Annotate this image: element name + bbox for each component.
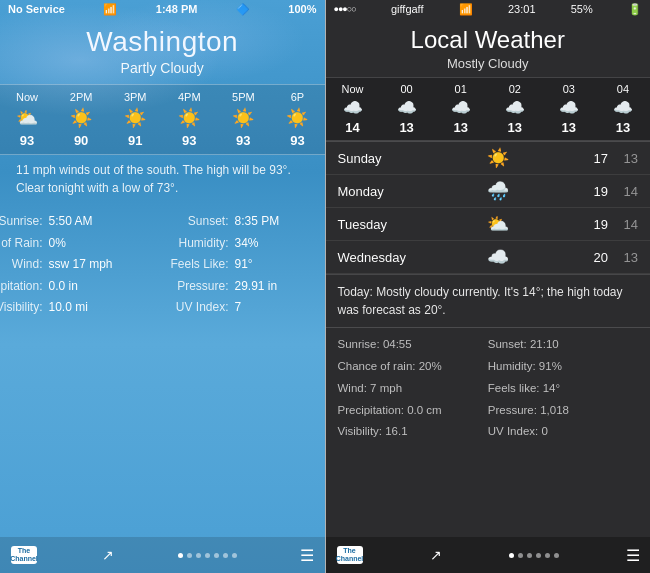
detail-label-5: Feels Like:: [119, 254, 229, 276]
daily-row-2: Tuesday ⛅ 19 14: [326, 208, 651, 241]
daily-icon-2: ⛅: [418, 213, 579, 235]
right-hour-4: 03 ☁️ 13: [542, 83, 596, 135]
right-hour-label-1: 00: [400, 83, 412, 95]
daily-row-1: Monday 🌧️ 19 14: [326, 175, 651, 208]
right-hour-0: Now ☁️ 14: [326, 83, 380, 135]
daily-day-3: Wednesday: [338, 250, 418, 265]
dot-6: [223, 553, 228, 558]
daily-icon-0: ☀️: [418, 147, 579, 169]
daily-low-1: 14: [608, 184, 638, 199]
dot-7: [232, 553, 237, 558]
right-hour-temp-4: 13: [562, 120, 576, 135]
right-hour-icon-4: ☁️: [559, 98, 579, 117]
right-signal: ●●●○○: [334, 4, 356, 14]
right-detail-left-label-3: Precipitation: 0.0 cm: [338, 404, 442, 416]
right-detail-row-1: Chance of rain: 20% Humidity: 91%: [338, 356, 639, 378]
daily-forecast: Sunday ☀️ 17 13 Monday 🌧️ 19 14 Tuesday …: [326, 141, 651, 274]
daily-row-0: Sunday ☀️ 17 13: [326, 142, 651, 175]
right-wifi: 📶: [459, 3, 473, 16]
right-detail-right-4: UV Index: 0: [488, 421, 638, 443]
detail-label-9: UV Index:: [119, 297, 229, 319]
right-hour-label-5: 04: [617, 83, 629, 95]
right-tc-logo: TheChannel: [336, 545, 364, 565]
right-detail-left-3: Precipitation: 0.0 cm: [338, 400, 488, 422]
right-detail-right-label-1: Humidity: 91%: [488, 360, 562, 372]
daily-day-2: Tuesday: [338, 217, 418, 232]
tc-logo: TheChannel: [10, 545, 38, 565]
right-hour-3: 02 ☁️ 13: [488, 83, 542, 135]
right-detail-left-label-1: Chance of rain: 20%: [338, 360, 442, 372]
right-battery: 55%: [571, 3, 593, 15]
right-hour-label-2: 01: [455, 83, 467, 95]
right-detail-left-1: Chance of rain: 20%: [338, 356, 488, 378]
right-hourly-scroll[interactable]: Now ☁️ 14 00 ☁️ 13 01 ☁️ 13 02 ☁️ 13 03 …: [326, 77, 651, 141]
left-weather-panel: No Service 📶 1:48 PM 🔷 100% Washington P…: [0, 0, 325, 573]
right-dot-6: [554, 553, 559, 558]
right-condition: Mostly Cloudy: [326, 56, 651, 71]
right-detail-right-3: Pressure: 1,018: [488, 400, 638, 422]
right-detail-left-4: Visibility: 16.1: [338, 421, 488, 443]
right-status-bar: ●●●○○ giffgaff 📶 23:01 55% 🔋: [326, 0, 651, 18]
right-detail-right-0: Sunset: 21:10: [488, 334, 638, 356]
daily-high-3: 20: [578, 250, 608, 265]
right-detail-left-2: Wind: 7 mph: [338, 378, 488, 400]
right-location-icon: ↗: [430, 547, 442, 563]
right-detail-right-label-2: Feels like: 14°: [488, 382, 560, 394]
right-detail-left-0: Sunrise: 04:55: [338, 334, 488, 356]
right-detail-left-label-4: Visibility: 16.1: [338, 425, 408, 437]
right-hour-temp-3: 13: [508, 120, 522, 135]
right-detail-row-0: Sunrise: 04:55 Sunset: 21:10: [338, 334, 639, 356]
right-detail-right-2: Feels like: 14°: [488, 378, 638, 400]
detail-label-2: Chance of Rain:: [0, 233, 43, 255]
right-hour-icon-0: ☁️: [343, 98, 363, 117]
right-time: 23:01: [508, 3, 536, 15]
right-detail-right-label-3: Pressure: 1,018: [488, 404, 569, 416]
location-icon: ↗: [102, 547, 114, 563]
detail-label-6: Precipitation:: [0, 276, 43, 298]
right-menu-icon[interactable]: ☰: [626, 546, 640, 565]
right-hour-2: 01 ☁️ 13: [434, 83, 488, 135]
right-detail-row-3: Precipitation: 0.0 cm Pressure: 1,018: [338, 400, 639, 422]
right-hour-label-0: Now: [342, 83, 364, 95]
right-dot-1: [509, 553, 514, 558]
right-detail-row-4: Visibility: 16.1 UV Index: 0: [338, 421, 639, 443]
daily-high-2: 19: [578, 217, 608, 232]
right-detail-left-label-2: Wind: 7 mph: [338, 382, 403, 394]
right-dot-4: [536, 553, 541, 558]
dot-1: [178, 553, 183, 558]
right-carrier: giffgaff: [391, 3, 424, 15]
right-weather-panel: ●●●○○ giffgaff 📶 23:01 55% 🔋 Local Weath…: [326, 0, 651, 573]
right-detail-row-2: Wind: 7 mph Feels like: 14°: [338, 378, 639, 400]
right-dot-2: [518, 553, 523, 558]
right-hour-5: 04 ☁️ 13: [596, 83, 650, 135]
dot-3: [196, 553, 201, 558]
right-hour-label-4: 03: [563, 83, 575, 95]
right-city-name: Local Weather: [326, 18, 651, 56]
menu-icon[interactable]: ☰: [300, 546, 314, 565]
right-details: Sunrise: 04:55 Sunset: 21:10 Chance of r…: [326, 327, 651, 449]
detail-label-1: Sunset:: [119, 211, 229, 233]
left-condition: Partly Cloudy: [0, 60, 325, 76]
right-hour-label-3: 02: [509, 83, 521, 95]
detail-label-8: Visibility:: [0, 297, 43, 319]
detail-label-0: Sunrise:: [0, 211, 43, 233]
daily-row-3: Wednesday ☁️ 20 13: [326, 241, 651, 274]
right-hour-temp-2: 13: [453, 120, 467, 135]
right-dot-5: [545, 553, 550, 558]
right-bottom-bar: TheChannel ↗ ☰: [326, 537, 651, 573]
right-detail-right-label-4: UV Index: 0: [488, 425, 548, 437]
right-hour-icon-3: ☁️: [505, 98, 525, 117]
daily-day-1: Monday: [338, 184, 418, 199]
right-dot-3: [527, 553, 532, 558]
right-hour-temp-5: 13: [616, 120, 630, 135]
daily-low-2: 14: [608, 217, 638, 232]
right-page-dots: [509, 553, 559, 558]
right-hour-icon-2: ☁️: [451, 98, 471, 117]
daily-low-3: 13: [608, 250, 638, 265]
daily-high-1: 19: [578, 184, 608, 199]
left-bottom-bar: TheChannel ↗ ☰: [0, 537, 325, 573]
detail-label-3: Humidity:: [119, 233, 229, 255]
dot-4: [205, 553, 210, 558]
daily-high-0: 17: [578, 151, 608, 166]
detail-label-4: Wind:: [0, 254, 43, 276]
